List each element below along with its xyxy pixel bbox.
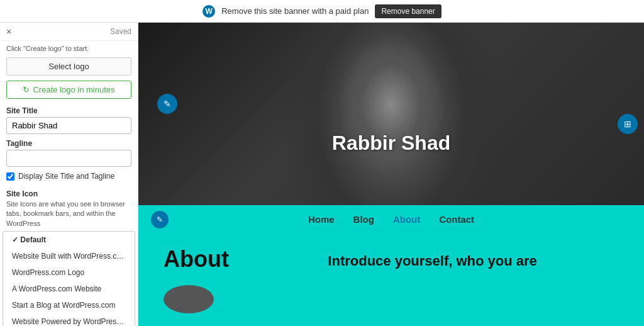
dropdown-item-wp-logo[interactable]: WordPress.com Logo	[3, 264, 135, 281]
image-icon: ⊞	[624, 119, 631, 129]
hero-section: ✎ ⊞ Rabbir Shad	[138, 23, 644, 205]
about-right-column: Introduce yourself, who you are	[328, 246, 619, 313]
dropdown-item-website-built[interactable]: Website Built with WordPress.com	[3, 248, 135, 264]
tagline-label: Tagline	[0, 134, 138, 150]
dropdown-item-start-blog[interactable]: Start a Blog at WordPress.com	[3, 297, 135, 313]
create-logo-label: Create logo in minutes	[33, 85, 114, 94]
about-title: About	[164, 246, 229, 273]
about-intro-text: Introduce yourself, who you are	[328, 252, 537, 271]
nav-link-contact[interactable]: Contact	[439, 214, 474, 225]
site-icon-label: Site Icon	[0, 186, 138, 200]
recycle-icon: ↻	[23, 85, 30, 94]
hero-edit-button[interactable]: ✎	[157, 94, 177, 114]
hero-image	[138, 23, 644, 205]
main-layout: × Saved Click "Create logo" to start. Se…	[0, 23, 644, 326]
site-title-label: Site Title	[0, 101, 138, 117]
display-title-tagline-label: Display Site Title and Tagline	[18, 172, 114, 181]
portrait-overlay	[138, 23, 644, 205]
wordpress-icon: W	[203, 5, 215, 18]
site-banner: W Remove this site banner with a paid pl…	[0, 0, 644, 23]
hero-image-edit-button[interactable]: ⊞	[618, 114, 638, 134]
preview-area: ✎ ⊞ Rabbir Shad ✎ Home Blog About Contac…	[138, 23, 644, 326]
dropdown-item-wp-website[interactable]: A WordPress.com Website	[3, 281, 135, 297]
saved-status: Saved	[110, 27, 131, 36]
nav-link-home[interactable]: Home	[308, 214, 335, 225]
sidebar-panel: × Saved Click "Create logo" to start. Se…	[0, 23, 138, 326]
close-button[interactable]: ×	[6, 26, 11, 37]
remove-banner-button[interactable]: Remove banner	[375, 4, 441, 18]
pencil-icon: ✎	[164, 99, 171, 109]
site-title-input[interactable]	[6, 117, 131, 134]
display-title-tagline-checkbox[interactable]	[6, 172, 14, 181]
site-icon-dropdown: Default Website Built with WordPress.com…	[3, 231, 135, 326]
site-icon-desc: Site Icons are what you see in browser t…	[0, 200, 138, 231]
create-logo-button[interactable]: ↻ Create logo in minutes	[6, 81, 131, 99]
tagline-input[interactable]	[6, 150, 131, 167]
sidebar-header: × Saved	[0, 23, 138, 41]
hero-title: Rabbir Shad	[332, 132, 450, 155]
nav-link-about[interactable]: About	[393, 214, 420, 225]
dropdown-item-default[interactable]: Default	[3, 232, 135, 248]
select-logo-button[interactable]: Select logo	[6, 57, 131, 76]
sidebar-hint: Click "Create logo" to start.	[0, 41, 138, 55]
nav-pencil-icon: ✎	[157, 215, 163, 224]
banner-text: Remove this site banner with a paid plan	[221, 6, 369, 16]
nav-link-blog[interactable]: Blog	[353, 214, 374, 225]
about-left-column: About	[164, 246, 309, 313]
display-title-tagline-row: Display Site Title and Tagline	[0, 167, 138, 186]
dropdown-item-powered-by[interactable]: Website Powered by WordPress.com	[3, 313, 135, 326]
about-avatar	[164, 285, 214, 313]
nav-section: ✎ Home Blog About Contact	[138, 205, 644, 233]
about-section: About Introduce yourself, who you are	[138, 233, 644, 326]
nav-edit-button[interactable]: ✎	[151, 211, 169, 228]
